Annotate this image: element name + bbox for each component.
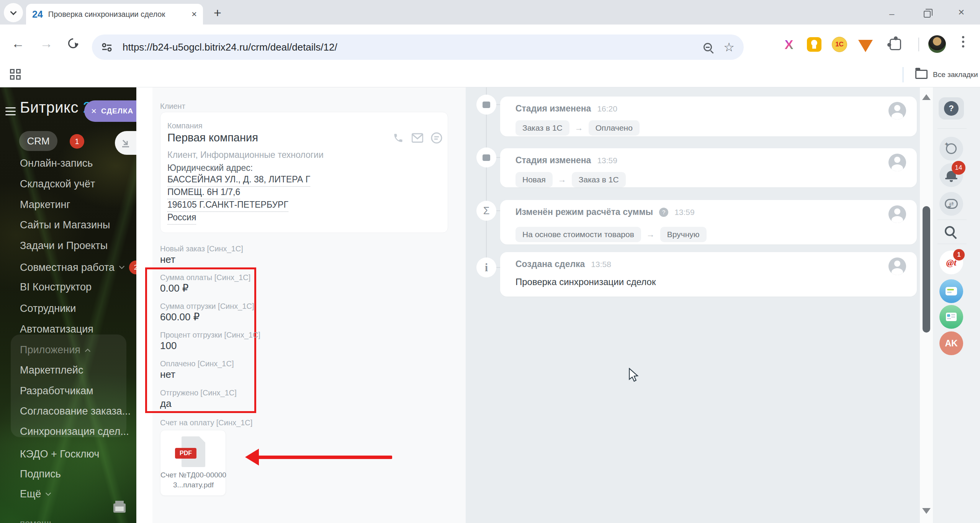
sidebar-item-employees[interactable]: Сотрудники [20,303,76,315]
browser-profile-avatar[interactable] [928,35,946,53]
all-bookmarks-button[interactable]: Все закладки [933,70,978,79]
menu-hamburger-icon[interactable] [5,107,16,115]
search-button[interactable] [945,226,955,236]
client-section-label: Клиент [160,102,185,111]
mode-chip-to: Вручную [660,227,707,242]
email-icon[interactable] [411,131,424,144]
sidebar-item-collab[interactable]: Совместная работа 2 [20,261,136,274]
reload-button[interactable] [66,36,80,51]
phone-icon[interactable] [392,131,405,144]
apps-grid-icon[interactable] [10,69,21,80]
sidebar-item-kedo[interactable]: КЭДО + Госключ [20,448,99,460]
forward-button[interactable]: → [40,36,53,51]
timeline-marker-comment-icon [476,95,496,115]
chat-icon[interactable] [430,131,443,144]
extension-1c-icon[interactable]: 1С [832,37,847,52]
deal-chip-label: СДЕЛКА [101,107,133,115]
sidebar-collapse-button[interactable] [115,131,136,155]
window-restore-button[interactable] [924,11,931,18]
stage-chip-to: Заказ в 1С [572,172,626,187]
notifications-button[interactable]: 14 [939,163,963,187]
chat-sync-icon: ⇄ [945,199,958,209]
field-value[interactable]: 100 [160,340,177,352]
sidebar-item-marketplace[interactable]: Маркетплейс [20,364,83,376]
sidebar-item-signature[interactable]: Подпись [20,468,61,480]
sidebar-item-inventory[interactable]: Складской учёт [20,178,95,190]
sidebar-item-more[interactable]: Ещё [20,488,50,500]
tab-search-button[interactable] [4,3,23,22]
timeline-panel: Σ i Стадия изменена 16:20 Заказ в 1С → О… [466,87,920,523]
help-button[interactable]: ? [939,97,964,120]
chat-bubble-icon [946,287,957,295]
avatar [888,102,906,120]
site-settings-icon[interactable] [101,41,113,53]
sidebar-item-automation[interactable]: Автоматизация [20,323,93,335]
browser-menu-icon[interactable] [962,36,964,38]
field-value[interactable]: нет [160,254,175,266]
field-value[interactable]: нет [160,369,175,380]
sidebar-help-link[interactable]: помощь [20,518,54,523]
sidebar-item-deal-sync[interactable]: Синхронизация сдел... [20,426,129,438]
active-tab[interactable]: 24 Проверка синхронизации сделок × [26,4,203,25]
address-line[interactable]: Россия [167,212,196,225]
bookmarks-divider [903,67,903,82]
address-bar[interactable]: https://b24-u5ogcl.bitrix24.ru/crm/deal/… [92,34,744,60]
zoom-indicator-icon[interactable] [704,43,712,51]
chevron-down-icon [119,264,124,269]
timeline-entry-deal-created[interactable]: Создана сделка 13:58 Проверка синхрониза… [500,252,917,297]
scrollbar-thumb[interactable] [923,206,930,333]
close-icon[interactable]: × [91,106,97,116]
sidebar-item-bi[interactable]: BI Конструктор [20,281,92,293]
address-line[interactable]: ПОМЕЩ. 6Н 1/7,6 [167,187,240,199]
sidebar-item-tasks[interactable]: Задачи и Проекты [20,240,108,252]
scroll-down-arrow[interactable] [922,508,931,514]
sidebar-item-crm[interactable]: CRM [19,131,57,151]
at-app-badge: 1 [953,249,965,261]
bookmark-star-icon[interactable]: ☆ [723,40,735,54]
sidebar-item-order-approval[interactable]: Согласование заказа... [20,405,131,417]
chat-app-button[interactable] [939,279,963,303]
address-line[interactable]: БАССЕЙНАЯ УЛ., Д. 38, ЛИТЕРА Г [167,174,310,187]
extensions-puzzle-icon[interactable] [888,37,903,52]
printer-icon[interactable] [113,503,126,513]
scroll-up-arrow[interactable] [922,94,931,100]
extension-x-icon[interactable]: X [781,37,797,52]
timeline-entry-stage-changed[interactable]: Стадия изменена 13:59 Новая → Заказ в 1С [500,148,917,187]
search-icon [945,226,955,236]
address-label: Юридический адрес: [167,163,253,173]
avatar [888,154,906,171]
sidebar-item-online-booking[interactable]: Онлайн-запись [20,157,93,169]
entry-time: 16:20 [597,104,617,113]
news-app-button[interactable] [939,305,963,329]
field-value[interactable]: да [160,398,172,410]
sidebar-group-apps[interactable]: Приложения [20,344,90,356]
sidebar-item-developers[interactable]: Разработчикам [20,385,93,397]
extension-keep-icon[interactable] [807,37,822,52]
timeline-entry-sum-mode-changed[interactable]: Изменён режим расчёта суммы ? 13:59 На о… [500,200,917,244]
timeline-entry-stage-changed[interactable]: Стадия изменена 16:20 Заказ в 1С → Оплач… [500,97,917,136]
invoice-pdf-file[interactable]: PDF Счет №ТД00-00000 3...плату.pdf [160,430,226,496]
tab-close-icon[interactable]: × [191,9,197,20]
extension-metamask-icon[interactable] [858,37,873,52]
field-value[interactable]: 600.00 ₽ [160,311,200,323]
deal-chip[interactable]: × СДЕЛКА [84,100,136,122]
sidebar-item-marketing[interactable]: Маркетинг [20,199,70,211]
window-minimize-button[interactable]: – [889,8,894,19]
deal-details-panel: Клиент Компания Первая компания Клиент, … [136,87,466,523]
sidebar-item-sites[interactable]: Сайты и Магазины [20,219,110,231]
window-close-button[interactable]: × [958,6,964,18]
messenger-button[interactable]: ⇄ [939,192,963,216]
user-avatar[interactable]: AK [939,331,963,355]
company-name-link[interactable]: Первая компания [167,131,258,144]
address-line[interactable]: 196105 Г.САНКТ-ПЕТЕРБУРГ [167,200,288,212]
arrow-right-icon: → [558,175,566,185]
new-tab-button[interactable]: + [214,5,221,20]
field-value[interactable]: 0.00 ₽ [160,282,188,294]
back-button[interactable]: ← [11,36,25,51]
help-question-icon[interactable]: ? [659,208,668,217]
entry-time: 13:59 [674,208,695,217]
copilot-button[interactable]: ✦ [939,137,963,161]
at-app-button[interactable]: @t 1 [939,251,963,274]
field-label: Оплачено [Синх_1С] [160,359,234,368]
url-text[interactable]: https://b24-u5ogcl.bitrix24.ru/crm/deal/… [123,41,704,53]
